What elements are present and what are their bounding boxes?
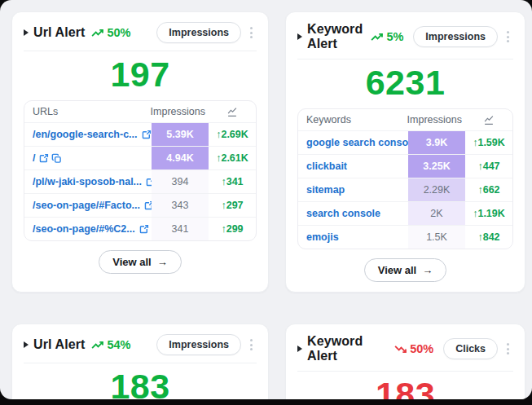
arrow-right-icon: → (422, 264, 433, 276)
trend-indicator: 5% (371, 30, 403, 43)
external-link-icon[interactable] (138, 224, 149, 235)
metric-value-cell: 394 (152, 170, 209, 193)
card-title: Url Alert (33, 337, 85, 352)
trend-up-icon (91, 29, 104, 37)
keyword-text: search console (306, 208, 380, 219)
alert-table: URLs Impressions /en/google-search-c... (24, 100, 257, 241)
url-text: /en/google-search-c... (33, 129, 138, 140)
external-link-icon[interactable] (141, 130, 152, 140)
change-value: ↑842 (465, 226, 512, 249)
metric-value-cell: 4.94K (152, 147, 209, 169)
collapse-caret-icon[interactable] (24, 341, 29, 348)
keyword-alert-card-2: Keyword Alert 50% Clicks 183 Keywords Cl… (285, 324, 525, 399)
chart-column-header[interactable] (465, 109, 512, 130)
metric-selector-button[interactable]: Impressions (156, 334, 241, 355)
metric-value-cell: 5.39K (152, 123, 209, 146)
keyword-link[interactable]: clickbait (298, 155, 408, 178)
trend-down-icon (394, 345, 407, 354)
keyword-link[interactable]: google search console (298, 131, 408, 154)
table-row: / 4.94K ↑2.61K (24, 146, 256, 169)
trend-percent: 5% (386, 30, 403, 43)
trend-percent: 50% (410, 342, 433, 355)
chart-column-header[interactable] (209, 101, 256, 122)
card-title: Url Alert (33, 25, 85, 40)
keyword-text: emojis (306, 231, 339, 243)
change-value: ↑299 (209, 218, 256, 240)
metric-column-header[interactable]: Impressions (408, 109, 465, 130)
table-row: /seo-on-page/#Facto... 343 ↑297 (24, 193, 256, 217)
change-value: ↑1.19K (465, 202, 512, 225)
change-value: ↑447 (465, 155, 512, 178)
metric-selector-button[interactable]: Impressions (156, 22, 241, 43)
change-value: ↑297 (209, 194, 256, 217)
change-value: ↑2.61K (209, 147, 256, 169)
copy-icon[interactable] (51, 153, 62, 164)
metric-value-cell: 3.9K (408, 131, 465, 154)
card-header: Keyword Alert 50% Clicks (297, 334, 513, 372)
metric-value-cell: 3.25K (408, 155, 465, 178)
metric-value-cell: 2.29K (408, 178, 465, 201)
url-link[interactable]: / (24, 147, 152, 169)
view-all-button[interactable]: View all → (99, 250, 181, 274)
external-link-icon[interactable] (143, 200, 152, 211)
metric-value-cell: 343 (152, 194, 209, 217)
keyword-link[interactable]: sitemap (298, 178, 408, 201)
trend-percent: 54% (107, 338, 130, 351)
trend-percent: 50% (107, 26, 130, 39)
kebab-menu-icon[interactable] (503, 28, 513, 46)
card-header: Keyword Alert 5% Impressions (297, 22, 513, 59)
url-link[interactable]: /pl/w-jaki-sposob-nal... (24, 170, 152, 193)
metric-selector-button[interactable]: Clicks (443, 338, 498, 359)
total-value: 183 (297, 377, 513, 399)
trend-indicator: 54% (91, 338, 130, 351)
url-link[interactable]: /seo-on-page/#%C2... (24, 218, 152, 240)
keyword-text: sitemap (306, 184, 345, 196)
table-row: emojis 1.5K ↑842 (298, 225, 512, 249)
row-icons (138, 224, 152, 235)
arrow-right-icon: → (157, 256, 168, 268)
metric-column-header[interactable]: Impressions (152, 101, 209, 122)
url-text: /pl/w-jaki-sposob-nal... (33, 176, 142, 187)
metric-column-label: Impressions (151, 106, 205, 117)
view-all-button[interactable]: View all → (364, 258, 446, 282)
collapse-caret-icon[interactable] (297, 346, 302, 352)
external-link-icon[interactable] (38, 153, 49, 164)
total-value: 197 (24, 57, 257, 92)
metric-selector-button[interactable]: Impressions (413, 26, 498, 47)
dashboard-surface: Url Alert 50% Impressions 197 URLs Impre… (0, 0, 532, 399)
row-icons (38, 153, 62, 164)
kebab-menu-icon[interactable] (503, 340, 513, 358)
metric-value-cell: 2K (408, 202, 465, 225)
trend-up-icon (91, 341, 104, 350)
row-icons (141, 130, 152, 140)
table-row: google search console 3.9K ↑1.59K (298, 130, 512, 154)
entity-column-header: Keywords (298, 109, 408, 130)
collapse-caret-icon[interactable] (24, 29, 29, 36)
collapse-caret-icon[interactable] (297, 33, 302, 40)
url-link[interactable]: /seo-on-page/#Facto... (24, 194, 152, 217)
table-header-row: Keywords Impressions (298, 109, 512, 130)
card-header: Url Alert 54% Impressions (24, 334, 257, 363)
table-row: /en/google-search-c... 5.39K ↑2.69K (24, 122, 256, 146)
total-value: 6231 (297, 65, 513, 100)
keyword-link[interactable]: search console (298, 202, 408, 225)
table-row: search console 2K ↑1.19K (298, 201, 512, 225)
keyword-link[interactable]: emojis (298, 226, 408, 249)
table-header-row: URLs Impressions (24, 101, 256, 122)
kebab-menu-icon[interactable] (246, 336, 257, 354)
url-text: / (33, 152, 35, 164)
url-link[interactable]: /en/google-search-c... (24, 123, 152, 146)
keyword-text: google search console (306, 137, 408, 148)
external-link-icon[interactable] (145, 177, 152, 187)
line-chart-icon (483, 115, 495, 125)
change-value: ↑662 (465, 178, 512, 201)
trend-up-icon (371, 33, 384, 42)
trend-indicator: 50% (91, 26, 130, 39)
table-row: /seo-on-page/#%C2... 341 ↑299 (24, 217, 256, 240)
url-alert-card-1: Url Alert 50% Impressions 197 URLs Impre… (11, 11, 269, 293)
keyword-text: clickbait (306, 161, 347, 172)
table-row: clickbait 3.25K ↑447 (298, 154, 512, 178)
change-value: ↑2.69K (209, 123, 256, 146)
url-text: /seo-on-page/#Facto... (33, 200, 140, 211)
kebab-menu-icon[interactable] (246, 24, 257, 42)
